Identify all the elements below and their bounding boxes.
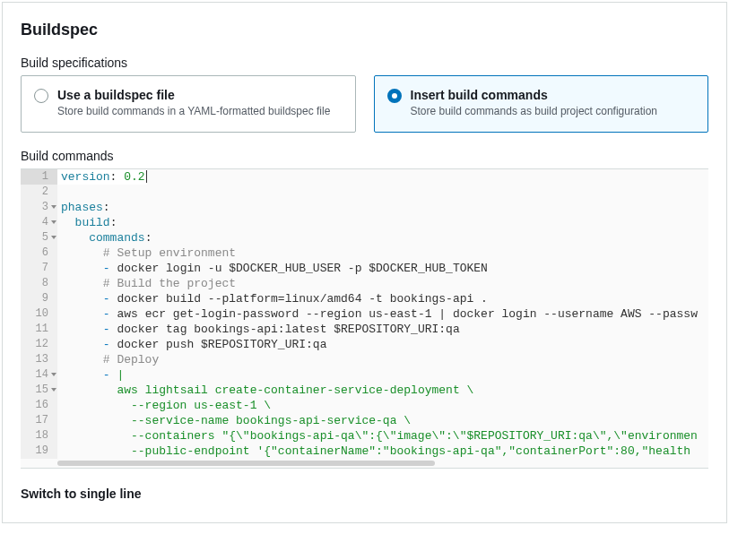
line-number: 13: [21, 352, 57, 367]
code-line[interactable]: 12 - docker push $REPOSITORY_URI:qa: [21, 337, 708, 352]
line-number: 16: [21, 398, 57, 413]
line-number: 4: [21, 215, 57, 230]
code-line[interactable]: 10 - aws ecr get-login-password --region…: [21, 306, 708, 322]
line-number: 8: [21, 276, 57, 291]
line-number: 11: [21, 322, 57, 337]
build-spec-label: Build specifications: [21, 56, 708, 70]
option-desc: Store build commands in a YAML-formatted…: [57, 105, 330, 119]
fold-icon[interactable]: [51, 373, 56, 376]
code-line[interactable]: 9 - docker build --platform=linux/amd64 …: [21, 291, 708, 306]
line-number: 1: [21, 169, 57, 185]
code-line[interactable]: 1version: 0.2: [21, 169, 708, 185]
code-content[interactable]: phases:: [57, 200, 110, 215]
line-number: 12: [21, 337, 57, 352]
line-number: 6: [21, 246, 57, 261]
line-number: 18: [21, 428, 57, 444]
code-content[interactable]: --service-name bookings-api-service-qa \: [57, 413, 411, 428]
code-line[interactable]: 16 --region us-east-1 \: [21, 398, 708, 413]
code-line[interactable]: 7 - docker login -u $DOCKER_HUB_USER -p …: [21, 261, 708, 276]
code-content[interactable]: - aws ecr get-login-password --region us…: [57, 306, 698, 322]
code-line[interactable]: 4 build:: [21, 215, 708, 230]
code-content[interactable]: # Build the project: [57, 276, 236, 291]
line-number: 5: [21, 230, 57, 246]
option-desc: Store build commands as build project co…: [411, 105, 657, 119]
editor-horizontal-scrollbar[interactable]: [57, 459, 708, 468]
line-number: 10: [21, 306, 57, 322]
code-line[interactable]: 18 --containers "{\"bookings-api-qa\":{\…: [21, 428, 708, 444]
code-content[interactable]: - docker build --platform=linux/amd64 -t…: [57, 291, 488, 306]
fold-icon[interactable]: [51, 205, 56, 209]
build-commands-label: Build commands: [21, 149, 708, 163]
build-spec-options: Use a buildspec file Store build command…: [21, 75, 708, 133]
code-content[interactable]: - docker tag bookings-api:latest $REPOSI…: [57, 322, 460, 337]
switch-to-single-line-button[interactable]: Switch to single line: [21, 487, 708, 501]
fold-icon[interactable]: [51, 236, 56, 239]
code-line[interactable]: 15 aws lightsail create-container-servic…: [21, 383, 708, 398]
radio-icon: [34, 89, 48, 103]
line-number: 7: [21, 261, 57, 276]
code-line[interactable]: 3phases:: [21, 200, 708, 215]
option-title: Insert build commands: [411, 87, 657, 103]
code-content[interactable]: aws lightsail create-container-service-d…: [57, 383, 473, 398]
line-number: 17: [21, 413, 57, 428]
fold-icon[interactable]: [51, 220, 56, 224]
code-line[interactable]: 19 --public-endpoint '{"containerName":"…: [21, 444, 708, 459]
code-content[interactable]: - docker push $REPOSITORY_URI:qa: [57, 337, 326, 352]
code-content[interactable]: --region us-east-1 \: [57, 398, 271, 413]
code-line[interactable]: 14 - |: [21, 367, 708, 383]
line-number: 19: [21, 444, 57, 459]
scrollbar-thumb[interactable]: [57, 461, 435, 466]
code-line[interactable]: 2: [21, 185, 708, 200]
code-content[interactable]: commands:: [57, 230, 152, 246]
build-commands-editor[interactable]: 1version: 0.223phases:4 build:5 commands…: [21, 168, 708, 469]
code-line[interactable]: 8 # Build the project: [21, 276, 708, 291]
line-number: 2: [21, 185, 57, 200]
code-line[interactable]: 5 commands:: [21, 230, 708, 246]
code-content[interactable]: # Deploy: [57, 352, 159, 367]
code-line[interactable]: 6 # Setup environment: [21, 246, 708, 261]
line-number: 3: [21, 200, 57, 215]
buildspec-panel: Buildspec Build specifications Use a bui…: [2, 2, 727, 523]
option-use-buildspec-file[interactable]: Use a buildspec file Store build command…: [21, 75, 356, 133]
code-content[interactable]: [57, 185, 61, 200]
line-number: 15: [21, 383, 57, 398]
line-number: 14: [21, 367, 57, 383]
code-line[interactable]: 17 --service-name bookings-api-service-q…: [21, 413, 708, 428]
fold-icon[interactable]: [51, 388, 56, 392]
code-content[interactable]: version: 0.2: [57, 169, 147, 185]
code-line[interactable]: 13 # Deploy: [21, 352, 708, 367]
option-title: Use a buildspec file: [57, 87, 330, 103]
code-content[interactable]: - |: [57, 367, 124, 383]
code-content[interactable]: # Setup environment: [57, 246, 236, 261]
code-content[interactable]: --public-endpoint '{"containerName":"boo…: [57, 444, 690, 459]
code-content[interactable]: - docker login -u $DOCKER_HUB_USER -p $D…: [57, 261, 488, 276]
radio-icon: [387, 89, 402, 103]
option-insert-build-commands[interactable]: Insert build commands Store build comman…: [374, 75, 709, 133]
panel-title: Buildspec: [21, 21, 708, 39]
line-number: 9: [21, 291, 57, 306]
code-line[interactable]: 11 - docker tag bookings-api:latest $REP…: [21, 322, 708, 337]
code-content[interactable]: --containers "{\"bookings-api-qa\":{\"im…: [57, 428, 698, 444]
code-content[interactable]: build:: [57, 215, 117, 230]
